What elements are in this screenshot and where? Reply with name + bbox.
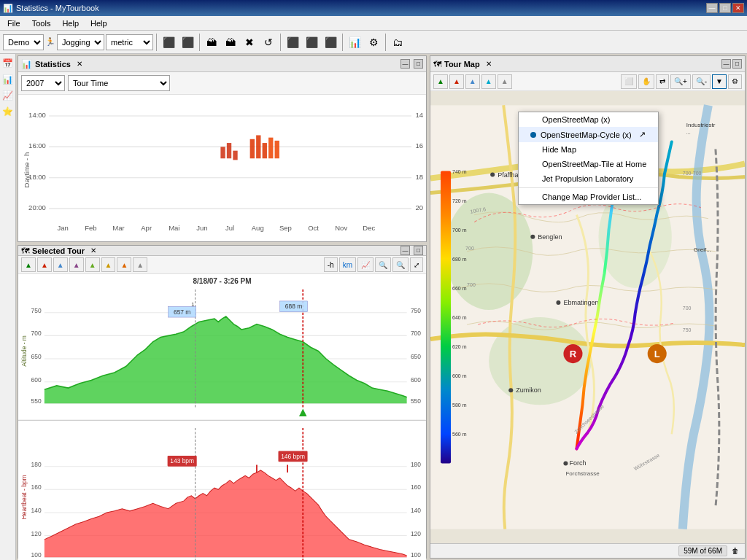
svg-text:180: 180	[411, 461, 421, 468]
statistics-panel: 📊 Statistics ✕ — □ 2007 Tour Time 1	[18, 55, 427, 242]
map-zoom-out-btn[interactable]: 🔍-	[692, 74, 711, 89]
toolbar-btn2[interactable]: ⬛	[179, 34, 196, 51]
map-select-btn[interactable]: ⬜	[621, 74, 637, 89]
map-drag-btn[interactable]: ✋	[638, 74, 654, 89]
tour-km-btn[interactable]: km	[339, 257, 356, 272]
toolbar-btn5[interactable]: ✖	[241, 34, 258, 51]
sidebar-icon-1[interactable]: 📅	[1, 57, 15, 70]
sidebar-icon-3[interactable]: 📈	[1, 89, 15, 102]
tour-tool-gray-tri[interactable]: ▲	[133, 257, 147, 272]
map-tool-gray-tri[interactable]: ▲	[498, 74, 512, 89]
sidebar-icon-2[interactable]: 📊	[1, 73, 15, 86]
map-content[interactable]: Pfaffhausen Benglen Ebmatingen Zumikon F…	[430, 91, 745, 543]
sep4	[342, 34, 343, 51]
stats-chart-area: 14:00 16:00 18:00 20:00 14:00 16:00 18:0…	[18, 95, 426, 241]
toolbar-btn7[interactable]: ⬛	[284, 34, 301, 51]
tour-graph-btn[interactable]: 📈	[357, 257, 374, 272]
stats-svg: 14:00 16:00 18:00 20:00 14:00 16:00 18:0…	[21, 98, 423, 238]
svg-rect-29	[256, 135, 260, 158]
ctx-openstreetmap-label: OpenStreetMap (x)	[542, 115, 611, 124]
tour-close-btn[interactable]: ✕	[90, 246, 96, 254]
svg-text:560 m: 560 m	[452, 432, 467, 437]
tour-tool-green-tri1[interactable]: ▲	[21, 257, 36, 272]
unit-select[interactable]: metric imperial	[106, 34, 153, 50]
maximize-button[interactable]: □	[719, 3, 731, 13]
ctx-openstreetmap-cycle[interactable]: OpenStreetMap-Cycle (x) ↗	[519, 127, 658, 142]
tour-fit-btn[interactable]: ⤢	[410, 257, 423, 272]
selected-tour-panel: 🗺 Selected Tour ✕ — □ ▲ ▲ ▲ ▲ ▲ ▲ ▲ ▲ -h…	[18, 245, 427, 559]
menu-help2[interactable]: Help	[85, 18, 113, 29]
menu-tools[interactable]: Tools	[26, 18, 57, 29]
svg-text:20:00: 20:00	[415, 203, 423, 211]
close-button[interactable]: ✕	[732, 3, 744, 13]
map-tool-blue-tri[interactable]: ▲	[465, 74, 480, 89]
svg-text:750: 750	[411, 307, 421, 314]
svg-point-94	[490, 173, 495, 177]
sep1	[156, 34, 157, 51]
minimize-button[interactable]: —	[706, 3, 718, 13]
ctx-change-provider[interactable]: Change Map Provider List...	[519, 190, 658, 204]
sidebar: 📅 📊 📈 ⭐	[0, 54, 16, 560]
map-zoom-in-btn[interactable]: 🔍+	[670, 74, 691, 89]
toolbar-btn4[interactable]: 🏔	[222, 34, 239, 51]
tour-tool-yellow-tri[interactable]: ▲	[101, 257, 116, 272]
map-provider-btn[interactable]: ▼	[712, 74, 727, 89]
svg-text:600: 600	[31, 376, 42, 384]
svg-text:Mar: Mar	[112, 224, 125, 232]
titlebar-left: 📊 Statistics - MyTourbook	[3, 4, 99, 13]
map-close-btn[interactable]: ✕	[486, 60, 492, 68]
tour-zoom-in-btn[interactable]: 🔍	[375, 257, 391, 272]
tour-tool-green-tri2[interactable]: ▲	[85, 257, 100, 272]
svg-text:640 m: 640 m	[452, 315, 467, 320]
svg-text:700: 700	[465, 246, 474, 251]
svg-text:L: L	[654, 349, 660, 359]
tour-tool-purple-tri[interactable]: ▲	[69, 257, 84, 272]
toolbar-btn1[interactable]: ⬛	[160, 34, 177, 51]
map-tool-red-tri[interactable]: ▲	[449, 74, 464, 89]
context-menu[interactable]: OpenStreetMap (x) OpenStreetMap-Cycle (x…	[518, 112, 659, 205]
svg-text:20:00: 20:00	[28, 203, 46, 211]
tour-maximize[interactable]: □	[414, 246, 423, 255]
ctx-hide-map[interactable]: Hide Map	[519, 142, 658, 157]
tour-zoom-out-btn[interactable]: 🔍	[392, 257, 409, 272]
year-select[interactable]: 2007	[21, 75, 65, 91]
ctx-openstreetmap[interactable]: OpenStreetMap (x)	[519, 112, 658, 127]
tour-tool-blue-tri1[interactable]: ▲	[53, 257, 68, 272]
ctx-osm-tile[interactable]: OpenStreetMap-Tile at Home	[519, 157, 658, 171]
stats-minimize[interactable]: —	[400, 59, 410, 69]
svg-text:Ebmatingen: Ebmatingen	[563, 299, 598, 306]
toolbar: Demo 🏃 Jogging metric imperial ⬛ ⬛ 🏔 🏔 ✖…	[0, 31, 747, 54]
toolbar-btn11[interactable]: ⚙	[365, 34, 382, 51]
map-settings-btn[interactable]: ⚙	[728, 74, 742, 89]
stats-icon: 📊	[21, 59, 32, 69]
tour-h-btn[interactable]: -h	[324, 257, 338, 272]
tour-minimize[interactable]: —	[400, 246, 410, 255]
toolbar-btn6[interactable]: ↺	[260, 34, 277, 51]
map-minimize[interactable]: —	[721, 59, 731, 69]
toolbar-btn9[interactable]: ⬛	[322, 34, 339, 51]
svg-text:Mai: Mai	[169, 224, 179, 232]
sidebar-icon-4[interactable]: ⭐	[1, 105, 15, 118]
profile-select[interactable]: Demo	[3, 34, 44, 50]
tour-tool-red-tri1[interactable]: ▲	[37, 257, 52, 272]
stats-maximize[interactable]: □	[414, 59, 423, 69]
svg-text:720 m: 720 m	[452, 198, 467, 203]
ctx-jpl[interactable]: Jet Propulsion Laboratory	[519, 171, 658, 186]
map-sync-btn[interactable]: ⇄	[656, 74, 669, 89]
toolbar-btn12[interactable]: 🗂	[389, 34, 406, 51]
stats-close-btn[interactable]: ✕	[77, 60, 82, 68]
menu-file[interactable]: File	[1, 18, 26, 29]
toolbar-btn3[interactable]: 🏔	[203, 34, 220, 51]
map-tool-green-tri[interactable]: ▲	[433, 74, 448, 89]
tour-time-select[interactable]: Tour Time	[68, 75, 170, 91]
menu-help[interactable]: Help	[56, 18, 85, 29]
map-tool-cyan-tri[interactable]: ▲	[481, 74, 496, 89]
svg-text:700-700: 700-700	[683, 171, 702, 176]
app-title: Statistics - MyTourbook	[16, 4, 99, 12]
map-maximize[interactable]: □	[732, 59, 742, 69]
activity-select[interactable]: Jogging	[57, 34, 104, 50]
toolbar-btn8[interactable]: ⬛	[303, 34, 320, 51]
map-icon: 🗺	[433, 60, 441, 69]
toolbar-btn10[interactable]: 📊	[346, 34, 363, 51]
tour-tool-orange-tri[interactable]: ▲	[117, 257, 131, 272]
